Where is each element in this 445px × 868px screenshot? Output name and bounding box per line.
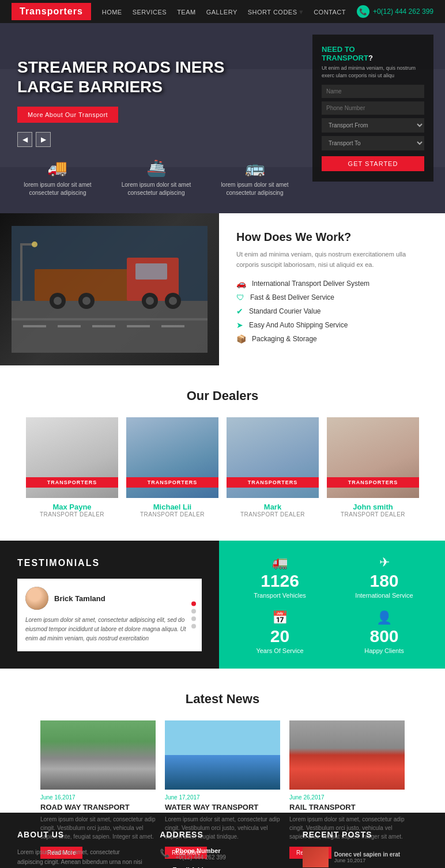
recent-post-img-1 [303, 847, 329, 867]
hero-feature-1: 🚚 lorem ipsum dolor sit amet consectetur… [17, 158, 98, 197]
news-date-1: June 16,2017 [40, 794, 156, 801]
testimonial-dots [191, 602, 196, 629]
footer-about-heading: ABOUT US [17, 830, 142, 839]
svg-point-21 [32, 241, 37, 247]
hero-title-line2: LARGE BARRIERS [17, 77, 295, 97]
recent-post-title-1: Donec vel sapien in erat [334, 851, 401, 858]
dot-1[interactable] [191, 602, 196, 606]
transport-form: NEED TO TRANSPORT? Ut enim ad minima ven… [312, 35, 433, 182]
hero-feature-2-text: Lorem ipsum dolor sit amet consectetur a… [115, 181, 197, 197]
dot-3[interactable] [191, 617, 196, 621]
svg-rect-2 [23, 325, 46, 327]
news-title-1: ROAD WAY TRANSPORT [40, 803, 156, 812]
dealer-photo-3: TRANSPORTERS [227, 417, 319, 498]
news-image-1 [40, 720, 156, 790]
hero-next-arrow[interactable]: ▶ [36, 132, 51, 147]
recent-post-1: Donec vel sapien in erat June 10,2017 [303, 847, 428, 867]
testimonials-left: TESTIMONIALS Brick Tamland Lorem ipsum d… [0, 541, 219, 669]
dealer-card-1: TRANSPORTERS Max Payne TRANSPORT DEALER [26, 417, 118, 518]
dot-4[interactable] [191, 624, 196, 629]
testimonial-user: Brick Tamland [25, 587, 194, 610]
calendar-stat-icon: 📅 [272, 610, 288, 625]
footer-address: ADDRESS 📞 Phone Number +0(12) 444 262 39… [160, 830, 285, 868]
how-item-1: 🚗International Transport Deliver System [236, 279, 428, 288]
dealer-overlay-4: TRANSPORTERS [327, 477, 419, 488]
name-input[interactable] [322, 85, 424, 98]
footer-recent-heading: RECENT POSTS [303, 830, 428, 839]
how-section: How Does We Work? Ut enim ad minima veni… [0, 213, 445, 365]
shield-icon: 🛡 [236, 293, 244, 302]
dealers-grid: TRANSPORTERS Max Payne TRANSPORT DEALER … [17, 417, 428, 518]
footer-phone-item: 📞 Phone Number +0(12) 444 262 399 [160, 847, 285, 861]
stat-years-label: Years Of Service [256, 647, 303, 654]
dealer-card-4: TRANSPORTERS John smith TRANSPORT DEALER [327, 417, 419, 518]
dealer-photo-1: TRANSPORTERS [26, 417, 118, 498]
dealer-photo-2: TRANSPORTERS [126, 417, 218, 498]
recent-post-date-1: June 10,2017 [334, 858, 401, 863]
nav-services[interactable]: SERVICES [133, 9, 167, 16]
how-item-3: ✔Standard Courier Value [236, 307, 428, 316]
dot-2[interactable] [191, 609, 196, 614]
footer-address-heading: ADDRESS [160, 830, 285, 839]
get-started-button[interactable]: GET STARTED [322, 156, 424, 171]
stat-clients: 👤 800 Happy Clients [335, 607, 433, 657]
truck-visual [0, 213, 219, 365]
dealer-overlay-3: TRANSPORTERS [227, 477, 319, 488]
how-image [0, 213, 219, 365]
footer-recent-posts: RECENT POSTS Donec vel sapien in erat Ju… [303, 830, 428, 868]
svg-point-14 [82, 297, 90, 305]
nav-team[interactable]: TEAM [177, 9, 196, 16]
check-icon: ✔ [236, 307, 243, 316]
news-grid: June 16,2017 ROAD WAY TRANSPORT Lorem ip… [17, 720, 428, 790]
footer-about: ABOUT US Lorem ipsum dolor sit amet, con… [17, 830, 142, 868]
phone-input[interactable] [322, 101, 424, 115]
stat-years-number: 20 [270, 628, 289, 645]
dealer-name-3: Mark [227, 503, 319, 511]
news-title-3: RAIL TRANSPORT [289, 803, 405, 812]
svg-rect-19 [20, 243, 22, 301]
dealer-card-2: TRANSPORTERS Michael Lii TRANSPORT DEALE… [126, 417, 218, 518]
nav-short-codes[interactable]: SHORT CODES [248, 9, 297, 16]
footer-grid: ABOUT US Lorem ipsum dolor sit amet, con… [17, 830, 428, 868]
svg-rect-10 [135, 263, 167, 280]
how-item-4: ➤Easy And Auto Shipping Service [236, 320, 428, 330]
hero-section: STREAMER ROADS INERS LARGE BARRIERS More… [0, 23, 445, 213]
hero-cta-button[interactable]: More About Our Transport [17, 107, 118, 123]
svg-rect-4 [92, 325, 115, 327]
testimonial-name: Brick Tamland [54, 594, 105, 603]
how-item-2: 🛡Fast & Best Deliver Service [236, 293, 428, 302]
nav-gallery[interactable]: GALLERY [206, 9, 237, 16]
nav-contact[interactable]: CONTACT [314, 9, 346, 16]
dealer-photo-4: TRANSPORTERS [327, 417, 419, 498]
svg-rect-6 [161, 325, 184, 327]
nav-home[interactable]: HOME [102, 9, 122, 16]
svg-point-18 [169, 297, 177, 305]
how-description: Ut enim ad minima veniam, quis nostrum e… [236, 250, 428, 270]
how-title: How Does We Work? [236, 231, 428, 244]
transport-from-select[interactable]: Transport From [322, 118, 424, 133]
news-card-3: June 26,2017 RAIL TRANSPORT Lorem ipsum … [289, 720, 405, 790]
hero-title: STREAMER ROADS INERS LARGE BARRIERS [17, 58, 295, 96]
hero-prev-arrow[interactable]: ◀ [17, 132, 32, 147]
stat-international-label: International Service [355, 592, 413, 599]
dealer-overlay-1: TRANSPORTERS [26, 477, 118, 488]
stat-vehicles-label: Transport Vehicles [254, 592, 306, 599]
truck-stat-icon: 🚛 [272, 555, 288, 570]
svg-rect-5 [127, 325, 150, 327]
transport-to-select[interactable]: Transport To [322, 136, 424, 150]
news-image-2 [165, 720, 280, 790]
brand-logo[interactable]: Transporters [12, 3, 91, 20]
dealer-name-4: John smith [327, 503, 419, 511]
testimonial-card: Brick Tamland Lorem ipsum dolor sit amet… [17, 579, 202, 651]
stat-international: ✈ 180 International Service [335, 552, 433, 602]
news-date-3: June 26,2017 [289, 794, 405, 801]
main-nav: HOME SERVICES TEAM GALLERY SHORT CODES ▾… [102, 7, 346, 16]
box-icon: 📦 [236, 334, 246, 344]
stat-years: 📅 20 Years Of Service [231, 607, 329, 657]
footer-about-text: Lorem ipsum dolor sit amet, consectetur … [17, 847, 142, 868]
stat-clients-number: 800 [369, 628, 398, 645]
dealer-name-1: Max Payne [26, 503, 118, 511]
dealer-overlay-2: TRANSPORTERS [126, 477, 218, 488]
truck-icon: 🚚 [17, 158, 98, 178]
navbar-phone: 📞 +0(12) 444 262 399 [357, 5, 433, 18]
